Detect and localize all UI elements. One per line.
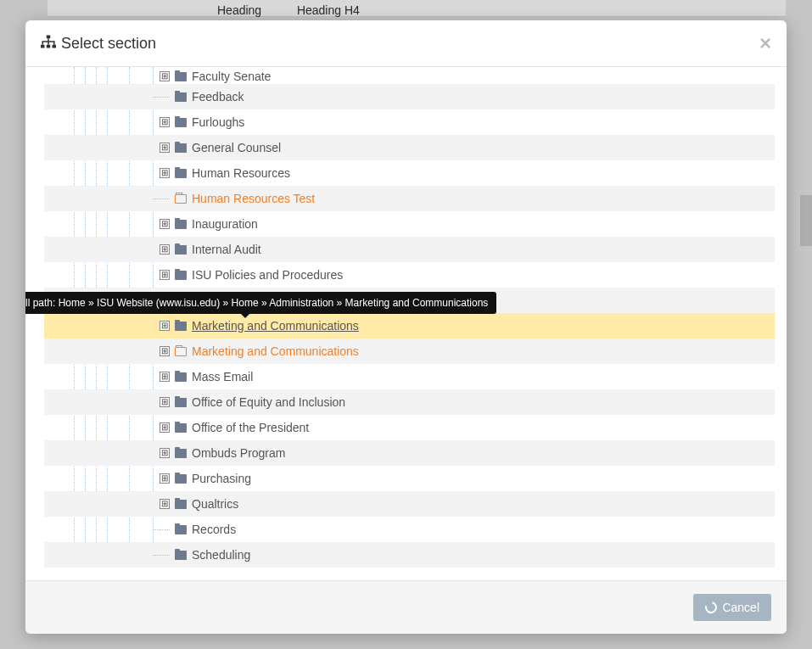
- expand-icon[interactable]: ⊞: [160, 448, 170, 458]
- expand-icon[interactable]: ⊞: [160, 168, 170, 178]
- tree-row[interactable]: ⊞Qualtrics: [44, 491, 775, 517]
- tree-row[interactable]: ⊞Office of Equity and Inclusion: [44, 389, 775, 415]
- tree-item-label[interactable]: Ombuds Program: [192, 446, 285, 460]
- expand-icon[interactable]: ⊞: [160, 244, 170, 255]
- modal-body: ⊞Faculty Senate⊞Feedback⊞Furloughs⊞Gener…: [25, 67, 787, 580]
- tree-row[interactable]: ⊞Human Resources: [44, 160, 775, 186]
- expand-icon[interactable]: ⊞: [160, 499, 170, 509]
- tree-item-label[interactable]: Mass Email: [192, 370, 253, 383]
- folder-icon: [175, 474, 187, 484]
- svg-rect-6: [42, 42, 44, 45]
- tree-row[interactable]: ⊞Marketing and Communications: [44, 313, 775, 338]
- tree-connector: [153, 555, 170, 556]
- expand-icon[interactable]: ⊞: [160, 71, 170, 81]
- expand-icon[interactable]: ⊞: [160, 270, 170, 280]
- svg-rect-0: [47, 35, 51, 38]
- folder-icon: [175, 271, 187, 280]
- tree-item-label[interactable]: Human Resources: [192, 166, 290, 180]
- tree-row[interactable]: ⊞Records: [44, 517, 775, 542]
- expand-icon[interactable]: ⊞: [160, 346, 170, 356]
- expand-icon[interactable]: ⊞: [160, 473, 170, 484]
- svg-rect-2: [47, 44, 51, 48]
- folder-icon: [175, 372, 187, 382]
- folder-icon: [175, 245, 187, 255]
- tree-item-label[interactable]: Records: [192, 523, 236, 536]
- tree-item-label[interactable]: Furloughs: [192, 115, 244, 129]
- tree-row[interactable]: ⊞Furloughs: [44, 109, 775, 135]
- folder-open-icon: [175, 347, 187, 356]
- sitemap-icon: [41, 35, 56, 53]
- svg-rect-3: [53, 44, 57, 48]
- tree-item-label[interactable]: ISU Policies and Procedures: [192, 268, 343, 282]
- expand-icon[interactable]: ⊞: [160, 372, 170, 382]
- modal-footer: Cancel: [25, 580, 787, 634]
- folder-icon: [175, 92, 187, 102]
- svg-rect-7: [48, 42, 49, 45]
- tree-item-label[interactable]: Inauguration: [192, 217, 258, 231]
- tree-item-label[interactable]: Office of the President: [192, 421, 309, 434]
- tree-connector: [153, 97, 170, 98]
- folder-icon: [175, 118, 187, 127]
- expand-icon[interactable]: ⊞: [160, 422, 170, 433]
- tree-row[interactable]: ⊞Inauguration: [44, 211, 775, 237]
- tree-item-label[interactable]: Marketing and Communications: [192, 344, 359, 358]
- tree-row[interactable]: ⊞Mass Email: [44, 364, 775, 389]
- tree-item-label[interactable]: Human Resources Test: [192, 192, 315, 205]
- tree-row[interactable]: ⊞Feedback: [44, 84, 775, 109]
- modal-title-text: Select section: [61, 35, 156, 53]
- tree-connector: [153, 529, 170, 530]
- tooltip-text: Full path: Home » ISU Website (www.isu.e…: [25, 297, 488, 309]
- cancel-button-label: Cancel: [722, 601, 759, 614]
- tree-item-label[interactable]: Faculty Senate: [192, 70, 271, 83]
- tree-row[interactable]: ⊞ISU Policies and Procedures: [44, 262, 775, 288]
- tree-row[interactable]: ⊞Ombuds Program: [44, 440, 775, 466]
- folder-icon: [175, 398, 187, 407]
- expand-icon[interactable]: ⊞: [160, 117, 170, 127]
- tree-item-label[interactable]: Internal Audit: [192, 243, 261, 256]
- undo-icon: [703, 599, 720, 615]
- tree-row[interactable]: ⊞Scheduling: [44, 542, 775, 568]
- folder-icon: [175, 322, 187, 331]
- tree-row[interactable]: ⊞Marketing and Communications: [44, 338, 775, 364]
- folder-icon: [175, 525, 187, 534]
- folder-icon: [175, 143, 187, 153]
- section-tree: ⊞Faculty Senate⊞Feedback⊞Furloughs⊞Gener…: [44, 67, 775, 568]
- tree-item-label[interactable]: Marketing and Communications: [192, 319, 359, 333]
- tree-row[interactable]: ⊞Office of the President: [44, 415, 775, 440]
- tree-item-label[interactable]: Scheduling: [192, 548, 250, 562]
- tree-row[interactable]: ⊞General Counsel: [44, 135, 775, 160]
- folder-icon: [175, 220, 187, 229]
- tree-row[interactable]: ⊞Internal Audit: [44, 237, 775, 262]
- tree-item-label[interactable]: Qualtrics: [192, 497, 238, 511]
- folder-icon: [175, 551, 187, 560]
- close-button[interactable]: ×: [759, 33, 771, 53]
- modal-header: Select section ×: [25, 20, 787, 67]
- expand-icon[interactable]: ⊞: [160, 143, 170, 153]
- tree-item-label[interactable]: General Counsel: [192, 141, 281, 154]
- folder-icon: [175, 423, 187, 433]
- tree-row[interactable]: ⊞Faculty Senate: [44, 69, 775, 84]
- folder-icon: [175, 500, 187, 509]
- folder-icon: [175, 72, 187, 81]
- expand-icon[interactable]: ⊞: [160, 219, 170, 229]
- tree-row[interactable]: ⊞Purchasing: [44, 466, 775, 491]
- expand-icon[interactable]: ⊞: [160, 397, 170, 407]
- expand-icon[interactable]: ⊞: [160, 321, 170, 331]
- tree-item-label[interactable]: Purchasing: [192, 472, 251, 485]
- folder-icon: [175, 169, 187, 178]
- folder-icon: [175, 449, 187, 458]
- tree-item-label[interactable]: Feedback: [192, 90, 244, 104]
- svg-rect-1: [41, 44, 45, 48]
- svg-rect-8: [53, 42, 55, 45]
- select-section-modal: Select section × ⊞Faculty Senate⊞Feedbac…: [25, 20, 787, 634]
- cancel-button[interactable]: Cancel: [693, 594, 771, 621]
- tree-connector: [153, 199, 170, 199]
- tree-row[interactable]: ⊞Human Resources Test: [44, 186, 775, 211]
- tree-scroll-area[interactable]: ⊞Faculty Senate⊞Feedback⊞Furloughs⊞Gener…: [44, 67, 775, 580]
- folder-open-icon: [175, 194, 187, 204]
- path-tooltip: Full path: Home » ISU Website (www.isu.e…: [25, 292, 496, 314]
- tree-item-label[interactable]: Office of Equity and Inclusion: [192, 395, 345, 409]
- modal-title: Select section: [41, 35, 156, 53]
